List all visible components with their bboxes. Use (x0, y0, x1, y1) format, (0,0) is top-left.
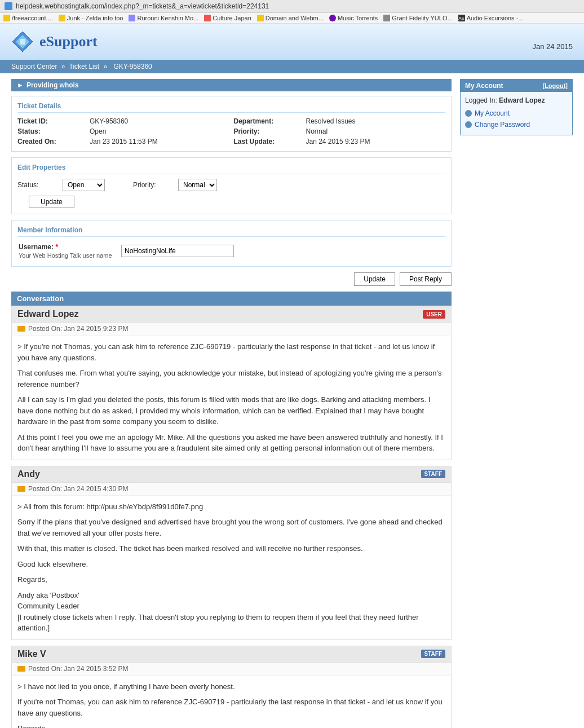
edit-priority-select[interactable]: Low Normal High Urgent (178, 179, 217, 191)
svg-marker-3 (20, 39, 25, 45)
posted-on-text-andy: Posted On: Jan 24 2015 4:30 PM (28, 485, 128, 493)
account-logged-in: Logged In: Edward Lopez (465, 96, 568, 104)
email-icon (17, 486, 25, 492)
member-username-input[interactable] (121, 245, 234, 257)
msg-edward-p2: That confuses me. From what you're sayin… (17, 368, 445, 390)
member-information-box: Member Information Username: * Your Web … (11, 220, 452, 267)
edit-status-select[interactable]: Open Closed On Hold (63, 179, 105, 191)
priority-value: Normal (306, 127, 446, 135)
bookmark-folder-icon (59, 15, 65, 21)
message-posted-on-andy: Posted On: Jan 24 2015 4:30 PM (12, 483, 451, 496)
sidebar: My Account [Logout] Logged In: Edward Lo… (460, 79, 573, 728)
edit-properties-legend: Edit Properties (17, 164, 445, 174)
browser-url: helpdesk.webhostingtalk.com/index.php?_m… (16, 2, 269, 10)
logout-link[interactable]: [Logout] (542, 82, 568, 89)
member-username-label-cell: Username: * Your Web Hosting Talk user n… (19, 242, 120, 259)
bookmark-shield-icon (329, 15, 336, 21)
bookmark-icon (204, 15, 211, 21)
msg-andy-p2: Sorry if the plans that you've designed … (17, 517, 445, 539)
msg-andy-p5: Regards, (17, 574, 445, 585)
action-buttons-row: Update Post Reply (11, 272, 452, 286)
bookmark-label: Music Torrents (338, 15, 378, 21)
edit-update-button[interactable]: Update (29, 196, 74, 208)
edit-properties-box: Edit Properties Status: Open Closed On H… (11, 157, 452, 214)
priority-label: Priority: (234, 127, 302, 135)
bookmark-culture-japan[interactable]: Culture Japan (204, 15, 251, 21)
conversation-header: Conversation (11, 292, 452, 306)
logged-in-user: Edward Lopez (499, 96, 545, 104)
bookmark-rurouni[interactable]: Rurouni Kenshin Mo... (129, 15, 198, 21)
message-author-mikev: Mike V (17, 649, 46, 659)
bookmark-junk-zelda[interactable]: Junk - Zelda info too (59, 15, 123, 21)
bookmark-label: Domain and Webm... (266, 15, 324, 21)
member-username-row: Username: * Your Web Hosting Talk user n… (19, 242, 444, 259)
department-value: Resolved Issues (306, 117, 446, 125)
staff-badge-andy: STAFF (421, 470, 445, 478)
change-password-label: Change Password (475, 121, 530, 129)
ticket-details-grid: Ticket ID: GKY-958360 Department: Resolv… (17, 117, 445, 145)
update-button[interactable]: Update (354, 272, 395, 286)
edit-update-row: Update (17, 196, 445, 208)
bookmark-folder-icon (257, 15, 264, 21)
staff-badge-mikev: STAFF (421, 650, 445, 658)
msg-andy-p6: Andy aka 'Postbox' Community Leader [I r… (17, 590, 445, 634)
msg-edward-p4: At this point I feel you owe me an apolo… (17, 432, 445, 454)
breadcrumb-ticket-list[interactable]: Ticket List (69, 63, 100, 70)
ticket-details-box: Ticket Details Ticket ID: GKY-958360 Dep… (11, 96, 452, 152)
msg-andy-p3: With that, this matter is closed. The ti… (17, 543, 445, 554)
message-header-edward: Edward Lopez USER (12, 306, 451, 323)
bookmark-audio-excursions[interactable]: AE Audio Excursions -... (458, 15, 524, 21)
bookmark-label: Grant Fidelity YULO... (392, 15, 452, 21)
logo-text: eSupport (39, 33, 98, 50)
browser-address-bar: helpdesk.webhostingtalk.com/index.php?_m… (0, 0, 584, 13)
account-title: My Account (465, 82, 503, 90)
msg-edward-p1: > If you're not Thomas, you can ask him … (17, 341, 445, 363)
header-date: Jan 24 2015 (532, 42, 573, 53)
breadcrumb-ticket-id: GKY-958360 (114, 63, 152, 70)
email-icon (17, 666, 25, 672)
breadcrumb-separator-1: » (61, 63, 65, 70)
logo-icon (11, 30, 34, 53)
breadcrumb-separator-2: » (103, 63, 107, 70)
post-reply-button[interactable]: Post Reply (400, 272, 452, 286)
page-wrapper: eSupport Jan 24 2015 Support Center » Ti… (0, 24, 584, 728)
conversation-section: Conversation Edward Lopez USER Posted On… (11, 292, 452, 728)
bookmark-label: Culture Japan (213, 15, 251, 21)
whois-title: Providing whois (26, 81, 79, 89)
edit-properties-row: Status: Open Closed On Hold Priority: Lo… (17, 179, 445, 191)
change-password-icon (465, 121, 472, 128)
msg-mikev-p1: > I have not lied to you once, if anythi… (17, 681, 445, 692)
message-posted-on-mikev: Posted On: Jan 24 2015 3:52 PM (12, 663, 451, 676)
member-information-legend: Member Information (17, 226, 445, 237)
bookmark-grant-fidelity[interactable]: Grant Fidelity YULO... (383, 15, 452, 21)
my-account-icon (465, 110, 472, 117)
department-label: Department: (234, 117, 302, 125)
bookmark-label: /freeaccount.... (12, 15, 53, 21)
whois-arrow-icon: ► (17, 81, 24, 89)
account-body: Logged In: Edward Lopez My Account Chang… (461, 92, 572, 135)
msg-andy-p1: > All from this forum: http://puu.sh/eYb… (17, 501, 445, 513)
message-body-edward: > If you're not Thomas, you can ask him … (12, 336, 451, 460)
member-username-label: Username: * (19, 243, 58, 251)
created-on-label: Created On: (17, 138, 85, 145)
bookmark-music-torrents[interactable]: Music Torrents (329, 15, 378, 21)
bookmark-freeaccount[interactable]: /freeaccount.... (3, 15, 53, 21)
logged-in-text: Logged In: (465, 96, 497, 104)
bookmark-image-icon (129, 15, 135, 21)
last-update-label: Last Update: (234, 138, 302, 145)
member-username-required: * (55, 243, 58, 251)
bookmark-folder-icon (3, 15, 10, 21)
msg-andy-p4: Good luck elsewhere. (17, 559, 445, 570)
breadcrumb-support-center[interactable]: Support Center (11, 63, 57, 70)
bookmark-label: Junk - Zelda info too (67, 15, 123, 21)
change-password-link[interactable]: Change Password (465, 119, 568, 130)
message-header-mikev: Mike V STAFF (12, 646, 451, 663)
whois-section-header: ► Providing whois (11, 79, 452, 91)
message-author-edward: Edward Lopez (17, 309, 78, 319)
bookmark-cart-icon (383, 15, 390, 21)
bookmark-domain-webm[interactable]: Domain and Webm... (257, 15, 324, 21)
email-icon (17, 326, 25, 332)
my-account-link[interactable]: My Account (465, 108, 568, 119)
member-info-table: Username: * Your Web Hosting Talk user n… (17, 241, 445, 261)
message-body-andy: > All from this forum: http://puu.sh/eYb… (12, 496, 451, 639)
